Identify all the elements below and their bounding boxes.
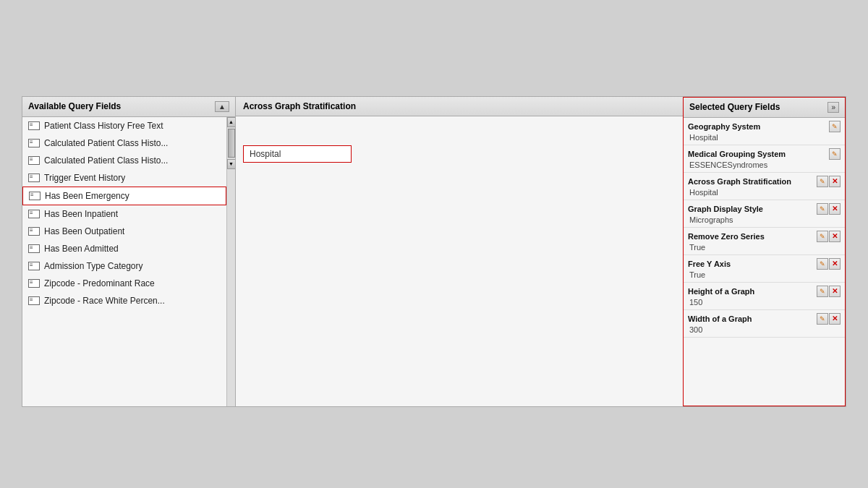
edit-btn[interactable]: ✎ <box>817 176 828 187</box>
query-field-item: Medical Grouping System ✎ ESSENCESyndrom… <box>684 145 845 173</box>
list-item-label: Calculated Patient Class Histo... <box>44 138 168 148</box>
pencil-icon: ✎ <box>820 315 825 322</box>
x-icon: ✕ <box>832 177 838 185</box>
edit-btn[interactable]: ✎ <box>817 286 828 297</box>
delete-btn[interactable]: ✕ <box>829 258 841 270</box>
list-item-label: Has Been Inpatient <box>44 209 118 219</box>
query-field-name: Free Y Axis <box>688 260 731 268</box>
right-panel-content: Geography System ✎ Hospital Medical Grou… <box>684 118 845 406</box>
query-field-row: Free Y Axis ✎✕ <box>688 258 841 270</box>
scrollbar-thumb[interactable] <box>228 129 235 158</box>
list-item-icon <box>28 121 40 130</box>
query-field-value: Hospital <box>688 133 841 142</box>
pencil-icon: ✎ <box>820 288 825 295</box>
field-actions: ✎✕ <box>817 203 841 215</box>
right-panel-title: Selected Query Fields <box>689 102 780 112</box>
list-item-label: Has Been Admitted <box>44 244 119 254</box>
list-item-icon <box>28 156 40 165</box>
delete-btn[interactable]: ✕ <box>829 313 841 325</box>
scroll-up-btn[interactable]: ▲ <box>227 117 236 127</box>
left-panel-expand-btn[interactable]: ▲ <box>215 101 229 112</box>
list-item-label: Calculated Patient Class Histo... <box>44 155 168 166</box>
field-actions: ✎✕ <box>817 313 841 325</box>
pencil-icon: ✎ <box>820 178 825 185</box>
delete-btn[interactable]: ✕ <box>829 286 841 297</box>
field-actions: ✎ <box>829 148 841 160</box>
list-item[interactable]: Has Been Outpatient <box>22 223 226 240</box>
list-item-icon <box>28 244 40 253</box>
query-field-name: Geography System <box>688 122 760 131</box>
query-field-name: Remove Zero Series <box>688 232 765 241</box>
list-item[interactable]: Patient Class History Free Text <box>22 117 226 134</box>
pencil-icon: ✎ <box>820 233 825 240</box>
edit-btn[interactable]: ✎ <box>817 203 828 215</box>
list-item-icon <box>28 296 40 305</box>
query-field-value: Hospital <box>688 188 841 197</box>
query-field-name: Across Graph Stratification <box>688 177 791 186</box>
query-field-item: Remove Zero Series ✎✕ True <box>684 228 845 255</box>
pencil-icon: ✎ <box>832 123 838 130</box>
query-field-row: Medical Grouping System ✎ <box>688 148 841 160</box>
hospital-input[interactable]: Hospital <box>243 145 352 163</box>
list-item[interactable]: Has Been Admitted <box>22 240 226 257</box>
list-item[interactable]: Calculated Patient Class Histo... <box>22 134 226 152</box>
edit-btn[interactable]: ✎ <box>829 121 841 132</box>
list-item-label: Zipcode - Race White Percen... <box>44 296 165 306</box>
list-area: Patient Class History Free Text Calculat… <box>22 117 226 406</box>
query-field-row: Geography System ✎ <box>688 121 841 132</box>
field-actions: ✎✕ <box>817 176 841 187</box>
right-panel: Selected Query Fields » Geography System… <box>683 97 846 406</box>
field-actions: ✎✕ <box>817 286 841 297</box>
list-item[interactable]: Trigger Event History <box>22 169 226 187</box>
x-icon: ✕ <box>832 232 838 240</box>
list-item[interactable]: Has Been Emergency <box>22 187 226 205</box>
list-item[interactable]: Zipcode - Race White Percen... <box>22 292 226 309</box>
delete-btn[interactable]: ✕ <box>829 203 841 215</box>
edit-btn[interactable]: ✎ <box>817 231 828 242</box>
list-item[interactable]: Calculated Patient Class Histo... <box>22 152 226 169</box>
delete-btn[interactable]: ✕ <box>829 176 841 187</box>
list-item-icon <box>29 192 41 200</box>
list-item-icon <box>28 279 40 288</box>
edit-btn[interactable]: ✎ <box>817 258 828 270</box>
delete-btn[interactable]: ✕ <box>829 231 841 242</box>
right-panel-expand-btn[interactable]: » <box>827 102 839 113</box>
list-item-icon <box>28 262 40 270</box>
edit-btn[interactable]: ✎ <box>817 313 828 325</box>
field-actions: ✎ <box>829 121 841 132</box>
list-item-icon <box>28 210 40 218</box>
edit-btn[interactable]: ✎ <box>829 148 841 160</box>
scrollbar-track: ▲ ▼ <box>226 117 235 406</box>
query-field-value: 300 <box>688 325 841 334</box>
query-field-row: Remove Zero Series ✎✕ <box>688 231 841 242</box>
query-field-value: 150 <box>688 298 841 307</box>
pencil-icon: ✎ <box>820 260 825 267</box>
query-field-item: Free Y Axis ✎✕ True <box>684 255 845 283</box>
query-field-item: Height of a Graph ✎✕ 150 <box>684 283 845 310</box>
query-field-item: Graph Display Style ✎✕ Micrographs <box>684 200 845 228</box>
middle-panel-content: Hospital <box>236 116 683 406</box>
left-panel: Available Query Fields ▲ Patient Class H… <box>22 97 236 406</box>
query-field-row: Height of a Graph ✎✕ <box>688 286 841 297</box>
query-field-value: True <box>688 270 841 279</box>
list-item-icon <box>28 139 40 147</box>
query-field-row: Width of a Graph ✎✕ <box>688 313 841 325</box>
list-item-label: Zipcode - Predominant Race <box>44 278 155 288</box>
query-field-item: Across Graph Stratification ✎✕ Hospital <box>684 173 845 200</box>
list-item-label: Has Been Outpatient <box>44 226 124 236</box>
query-field-name: Graph Display Style <box>688 205 763 213</box>
pencil-icon: ✎ <box>832 150 838 158</box>
right-panel-header: Selected Query Fields » <box>684 98 845 118</box>
query-field-name: Medical Grouping System <box>688 150 786 158</box>
middle-panel: Across Graph Stratification Hospital <box>236 97 683 406</box>
field-actions: ✎✕ <box>817 258 841 270</box>
list-item[interactable]: Admission Type Category <box>22 257 226 275</box>
query-field-name: Width of a Graph <box>688 314 752 323</box>
query-field-row: Graph Display Style ✎✕ <box>688 203 841 215</box>
scroll-down-btn[interactable]: ▼ <box>227 159 236 169</box>
main-container: Available Query Fields ▲ Patient Class H… <box>22 96 846 407</box>
list-item[interactable]: Has Been Inpatient <box>22 205 226 223</box>
list-item[interactable]: Zipcode - Predominant Race <box>22 275 226 292</box>
list-item-label: Has Been Emergency <box>45 191 129 201</box>
left-panel-title: Available Query Fields <box>28 101 121 111</box>
